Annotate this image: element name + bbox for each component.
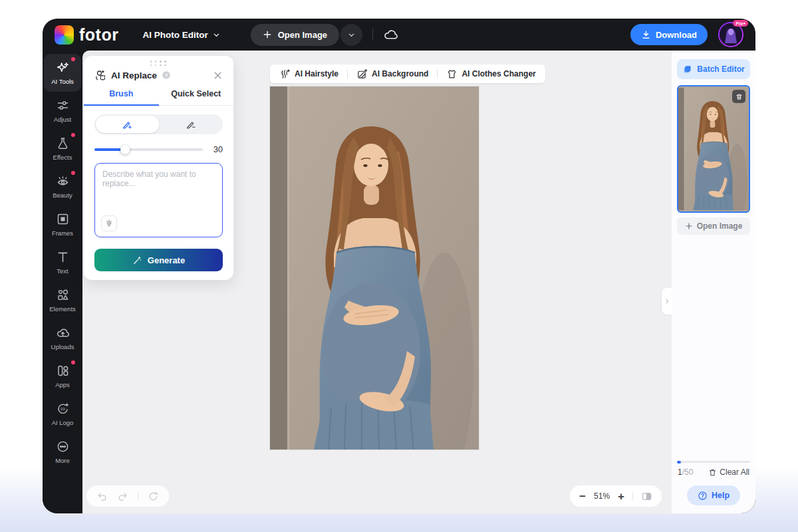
collapse-right-panel-handle[interactable] xyxy=(662,288,672,315)
ai-replace-icon xyxy=(94,69,106,81)
compare-icon[interactable] xyxy=(641,491,652,502)
sidebar-item-frames[interactable]: Frames xyxy=(44,205,81,243)
delete-image-button[interactable] xyxy=(732,90,745,103)
zoom-divider xyxy=(632,491,633,501)
sidebar-label: Elements xyxy=(49,305,76,313)
svg-text:co: co xyxy=(61,406,65,411)
brush-plus-icon xyxy=(122,119,133,130)
sidebar-item-elements[interactable]: Elements xyxy=(44,281,81,319)
sidebar-item-adjust[interactable]: Adjust xyxy=(44,92,81,130)
editing-canvas-image[interactable] xyxy=(270,86,479,450)
image-list-scrollbar[interactable] xyxy=(677,461,750,463)
brush-erase-button[interactable] xyxy=(160,114,223,134)
shapes-icon xyxy=(56,288,70,302)
cloud-save-button[interactable] xyxy=(383,27,398,43)
tab-quick-select[interactable]: Quick Select xyxy=(159,89,234,106)
ai-hairstyle-label: AI Hairstyle xyxy=(295,69,338,78)
panel-header: AI Replace ? xyxy=(94,69,223,81)
sidebar-item-ai-logo[interactable]: co AI Logo xyxy=(44,395,81,433)
trash-icon xyxy=(735,93,743,100)
notification-dot xyxy=(71,171,75,175)
redo-icon[interactable] xyxy=(117,491,128,502)
sparkle-icon xyxy=(56,61,70,74)
sidebar-label: Uploads xyxy=(51,343,74,350)
editor-mode-label: AI Photo Editor xyxy=(142,30,207,40)
layers-icon xyxy=(682,65,692,74)
reset-icon[interactable] xyxy=(148,491,159,502)
zoom-level: 51% xyxy=(594,491,610,501)
help-button[interactable]: Help xyxy=(687,485,740,505)
editor-mode-menu[interactable]: AI Photo Editor xyxy=(142,30,219,40)
notification-dot xyxy=(71,133,75,137)
scrollbar-thumb xyxy=(677,461,681,464)
clear-all-button[interactable]: Clear All xyxy=(708,467,749,477)
magic-wand-icon xyxy=(132,255,142,265)
sidebar-item-beauty[interactable]: Beauty xyxy=(44,168,81,205)
chevron-down-icon xyxy=(213,31,220,39)
sidebar-item-uploads[interactable]: Uploads xyxy=(44,319,81,357)
brush-size-value: 30 xyxy=(211,145,223,154)
apps-grid-icon xyxy=(56,364,70,378)
tab-brush[interactable]: Brush xyxy=(84,89,159,106)
image-thumbnail-selected[interactable] xyxy=(677,85,750,213)
topbar: fotor AI Photo Editor Open Image Downloa… xyxy=(43,19,755,51)
history-divider xyxy=(138,491,138,501)
undo-icon[interactable] xyxy=(96,491,108,502)
download-label: Download xyxy=(656,30,697,40)
brush-add-button[interactable] xyxy=(96,116,159,133)
add-image-label: Open Image xyxy=(697,221,743,231)
ai-hairstyle-button[interactable]: AI Hairstyle xyxy=(278,68,340,80)
open-image-button[interactable]: Open Image xyxy=(251,24,339,46)
chevron-down-icon xyxy=(348,31,355,39)
open-image-dropdown-button[interactable] xyxy=(340,24,362,46)
close-icon[interactable] xyxy=(213,70,223,80)
sidebar-item-ai-tools[interactable]: AI Tools xyxy=(44,54,81,92)
fotor-logo-icon[interactable] xyxy=(55,25,74,45)
sidebar-item-more[interactable]: More xyxy=(44,433,81,471)
slider-thumb[interactable] xyxy=(120,145,130,154)
help-label: Help xyxy=(712,491,730,500)
panel-drag-handle[interactable] xyxy=(150,61,168,66)
sidebar-item-text[interactable]: Text xyxy=(44,243,81,281)
image-count-current: 1 xyxy=(678,467,682,477)
add-image-button[interactable]: Open Image xyxy=(677,217,750,235)
fotor-app-window: fotor AI Photo Editor Open Image Downloa… xyxy=(43,19,755,513)
download-button[interactable]: Download xyxy=(630,24,708,45)
image-list-panel: Batch Editor Open Image 1/50 Clear All H xyxy=(672,51,755,513)
fotor-logo-text[interactable]: fotor xyxy=(79,25,118,45)
zoom-out-button[interactable]: − xyxy=(579,491,586,502)
notification-dot xyxy=(71,360,75,364)
topbar-divider xyxy=(372,29,373,41)
sidebar-label: Adjust xyxy=(54,116,71,123)
batch-editor-label: Batch Editor xyxy=(697,65,744,74)
ai-background-button[interactable]: AI Background xyxy=(355,68,430,80)
prompt-idea-button[interactable] xyxy=(101,215,117,231)
batch-editor-button[interactable]: Batch Editor xyxy=(677,59,750,79)
question-circle-icon xyxy=(698,491,708,501)
generate-button[interactable]: Generate xyxy=(94,249,223,271)
panel-title: AI Replace xyxy=(111,70,157,80)
avatar-image xyxy=(720,23,742,46)
sidebar-item-apps[interactable]: Apps xyxy=(44,357,81,395)
clear-all-label: Clear All xyxy=(720,467,749,477)
brush-size-slider[interactable] xyxy=(94,148,203,151)
sidebar-label: Effects xyxy=(53,154,72,161)
sidebar-item-effects[interactable]: Effects xyxy=(44,130,81,168)
sidebar-label: AI Tools xyxy=(51,78,74,85)
ai-clothes-changer-button[interactable]: AI Clothes Changer xyxy=(445,68,537,80)
ai-clothes-changer-label: AI Clothes Changer xyxy=(462,69,535,78)
pro-badge: Pro+ xyxy=(733,20,748,27)
cloud-icon xyxy=(383,27,398,43)
zoom-in-button[interactable]: + xyxy=(618,491,624,502)
sidebar-label: AI Logo xyxy=(52,419,74,426)
chevron-right-icon xyxy=(664,298,670,305)
help-circle-icon[interactable]: ? xyxy=(162,70,171,80)
svg-text:?: ? xyxy=(165,72,168,78)
toolbar-divider xyxy=(437,69,438,78)
user-avatar[interactable]: Pro+ xyxy=(718,22,743,47)
replace-prompt-input[interactable] xyxy=(95,164,222,215)
sidebar-label: Text xyxy=(57,267,68,275)
ai-background-label: AI Background xyxy=(372,69,428,78)
toolbar-divider xyxy=(347,69,348,78)
sidebar-label: Apps xyxy=(55,381,70,388)
